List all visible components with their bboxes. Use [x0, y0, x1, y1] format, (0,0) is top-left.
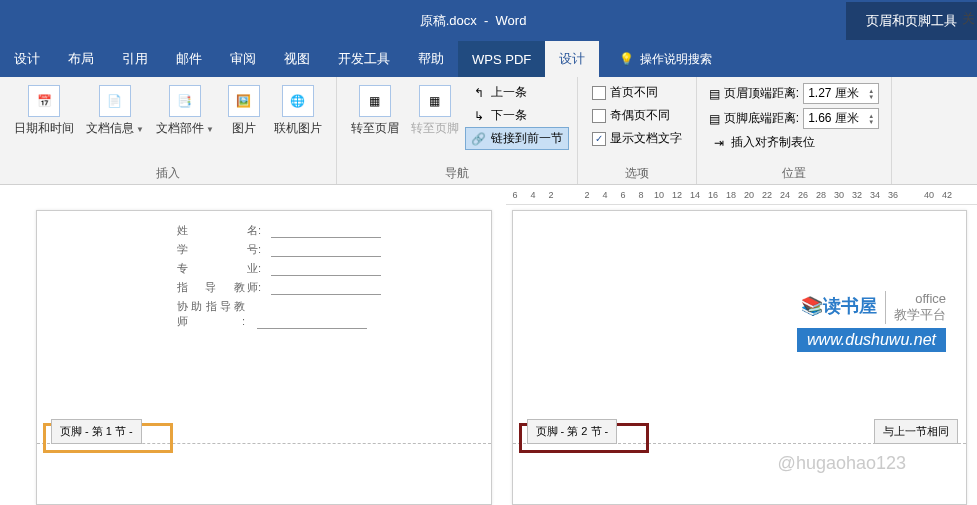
pictures-button[interactable]: 🖼️图片 [220, 81, 268, 139]
quick-parts-button[interactable]: 📑文档部件▼ [150, 81, 220, 141]
ghost-watermark: @hugaohao123 [778, 453, 906, 474]
group-options: 首页不同 奇偶页不同 ✓显示文档文字 选项 [578, 77, 697, 184]
calendar-icon: 📅 [28, 85, 60, 117]
picture-icon: 🖼️ [228, 85, 260, 117]
checkbox-icon [592, 86, 606, 100]
tab-mailings[interactable]: 邮件 [162, 41, 216, 77]
horizontal-ruler[interactable]: 642246810121416182022242628303234364042 [506, 185, 977, 205]
tab-header-footer-design[interactable]: 设计 [545, 41, 599, 77]
group-navigation: ▦转至页眉 ▦转至页脚 ↰上一条 ↳下一条 🔗链接到前一节 导航 [337, 77, 578, 184]
form-field: 学号: [177, 240, 491, 259]
online-pic-icon: 🌐 [282, 85, 314, 117]
page-1[interactable]: 姓名:学号:专业:指 导 教师:协助指导教师: 页脚 - 第 1 节 - [36, 210, 492, 505]
footer-bottom-distance[interactable]: ▤页脚底端距离:1.66 厘米▲▼ [705, 106, 883, 131]
goto-footer-icon: ▦ [419, 85, 451, 117]
contextual-tools-label: 页眉和页脚工具 [846, 2, 977, 40]
tab-help[interactable]: 帮助 [404, 41, 458, 77]
docinfo-icon: 📄 [99, 85, 131, 117]
group-insert: 📅日期和时间 📄文档信息▼ 📑文档部件▼ 🖼️图片 🌐联机图片 插入 [0, 77, 337, 184]
online-pictures-button[interactable]: 🌐联机图片 [268, 81, 328, 139]
tell-me-search[interactable]: 💡 操作说明搜索 [619, 41, 712, 77]
same-as-previous-label: 与上一节相同 [874, 419, 958, 444]
doc-info-button[interactable]: 📄文档信息▼ [80, 81, 150, 141]
parts-icon: 📑 [169, 85, 201, 117]
footer-section-1-label: 页脚 - 第 1 节 - [51, 419, 142, 444]
tab-wps-pdf[interactable]: WPS PDF [458, 41, 545, 77]
goto-footer-button[interactable]: ▦转至页脚 [405, 81, 465, 139]
tab-view[interactable]: 视图 [270, 41, 324, 77]
prev-icon: ↰ [471, 85, 487, 101]
page-2[interactable]: 📚读书屋office 教学平台 www.dushuwu.net 页脚 - 第 2… [512, 210, 968, 505]
tab-references[interactable]: 引用 [108, 41, 162, 77]
next-icon: ↳ [471, 108, 487, 124]
footer-dist-icon: ▤ [709, 112, 720, 126]
ribbon-tabs: 设计 布局 引用 邮件 审阅 视图 开发工具 帮助 WPS PDF 设计 💡 操… [0, 41, 977, 77]
tab-design[interactable]: 设计 [0, 41, 54, 77]
form-field: 协助指导教师: [177, 297, 491, 331]
diff-odd-checkbox[interactable]: 奇偶页不同 [586, 104, 688, 127]
group-options-label: 选项 [586, 163, 688, 182]
tab-developer[interactable]: 开发工具 [324, 41, 404, 77]
checkbox-icon [592, 109, 606, 123]
tab-layout[interactable]: 布局 [54, 41, 108, 77]
group-position: ▤页眉顶端距离:1.27 厘米▲▼ ▤页脚底端距离:1.66 厘米▲▼ ⇥插入对… [697, 77, 892, 184]
link-icon: 🔗 [471, 131, 487, 147]
group-position-label: 位置 [705, 163, 883, 182]
title-bar: 原稿.docx - Word 页眉和页脚工具 [0, 0, 977, 41]
goto-header-button[interactable]: ▦转至页眉 [345, 81, 405, 139]
footer-section-2-label: 页脚 - 第 2 节 - [527, 419, 618, 444]
close-header-footer-button[interactable]: 关 [959, 10, 977, 28]
form-field: 指 导 教师: [177, 278, 491, 297]
search-placeholder: 操作说明搜索 [640, 51, 712, 68]
next-button[interactable]: ↳下一条 [465, 104, 569, 127]
tab-icon: ⇥ [711, 135, 727, 151]
checkbox-checked-icon: ✓ [592, 132, 606, 146]
header-dist-icon: ▤ [709, 87, 720, 101]
document-canvas: 642246810121416182022242628303234364042 … [0, 185, 977, 505]
previous-button[interactable]: ↰上一条 [465, 81, 569, 104]
diff-first-checkbox[interactable]: 首页不同 [586, 81, 688, 104]
watermark: 📚读书屋office 教学平台 www.dushuwu.net [797, 291, 946, 352]
link-previous-button[interactable]: 🔗链接到前一节 [465, 127, 569, 150]
date-time-button[interactable]: 📅日期和时间 [8, 81, 80, 139]
show-text-checkbox[interactable]: ✓显示文档文字 [586, 127, 688, 150]
header-top-distance[interactable]: ▤页眉顶端距离:1.27 厘米▲▼ [705, 81, 883, 106]
ribbon: 📅日期和时间 📄文档信息▼ 📑文档部件▼ 🖼️图片 🌐联机图片 插入 ▦转至页眉… [0, 77, 977, 185]
insert-align-tab-button[interactable]: ⇥插入对齐制表位 [705, 131, 883, 154]
form-field: 专业: [177, 259, 491, 278]
group-insert-label: 插入 [8, 163, 328, 182]
tab-review[interactable]: 审阅 [216, 41, 270, 77]
group-nav-label: 导航 [345, 163, 569, 182]
window-title: 原稿.docx - Word [0, 12, 846, 30]
bulb-icon: 💡 [619, 52, 634, 66]
form-field: 姓名: [177, 221, 491, 240]
goto-header-icon: ▦ [359, 85, 391, 117]
